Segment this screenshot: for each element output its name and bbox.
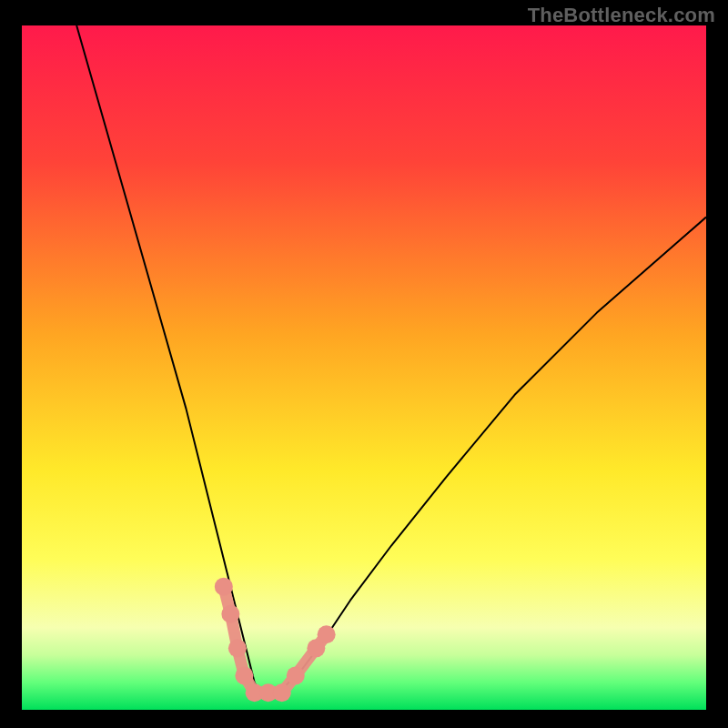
highlight-marker (215, 578, 233, 596)
highlight-marker (318, 625, 336, 643)
chart-plot-area (22, 25, 706, 710)
highlight-marker (273, 683, 291, 702)
chart-svg (22, 25, 706, 710)
frame: TheBottleneck.com (0, 0, 728, 728)
highlight-marker (235, 666, 253, 684)
highlight-marker (221, 605, 239, 623)
watermark-text: TheBottleneck.com (528, 4, 715, 27)
highlight-marker (287, 666, 305, 684)
gradient-background (22, 25, 706, 710)
highlight-marker (228, 639, 247, 657)
